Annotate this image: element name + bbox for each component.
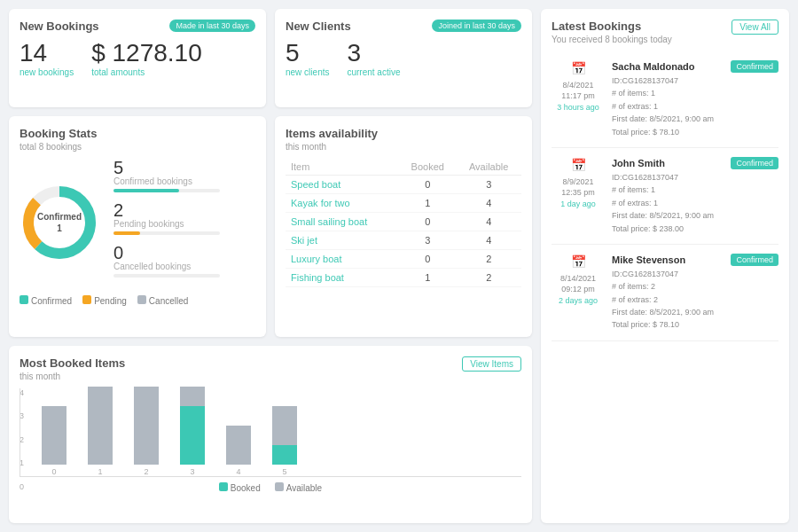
bar-group: 0 [42, 406, 66, 476]
new-clients-card: New Clients Joined in last 30 days 5 new… [275, 9, 532, 107]
stats-list: 5 Confirmed bookings 2 Pending bookings … [113, 159, 255, 286]
booking-detail: ID:CG1628137047# of items: 2# of extras:… [612, 268, 778, 332]
confirmed-stat: 5 Confirmed bookings [113, 159, 255, 192]
item-booked: 1 [399, 269, 456, 287]
booking-name: Mike Stevenson [612, 254, 685, 265]
item-name: Fishing boat [286, 269, 399, 287]
item-name: Ski jet [286, 231, 399, 250]
calendar-icon: 📅 [571, 254, 586, 271]
new-bookings-amount: $ 1278.10 [91, 40, 202, 67]
most-booked-title: Most Booked Items [20, 356, 521, 370]
y-axis-label: 0 [20, 482, 24, 491]
booking-item: 📅 8/14/2021 09:12 pm 2 days ago Mike Ste… [552, 254, 778, 341]
new-clients-badge: Joined in last 30 days [432, 20, 521, 32]
bar-label: 2 [144, 467, 148, 476]
item-available: 4 [456, 194, 521, 213]
bar-available [134, 387, 159, 465]
view-all-button[interactable]: View All [732, 20, 778, 35]
booking-stats-card: Booking Stats total 8 bookings Confirmed… [9, 116, 266, 336]
col-item: Item [286, 159, 399, 176]
new-bookings-badge: Made in last 30 days [169, 20, 255, 32]
new-bookings-amount-label: total amounts [91, 67, 202, 77]
bar-available [272, 406, 297, 445]
pending-stat: 2 Pending bookings [113, 201, 255, 235]
status-badge: Confirmed [731, 60, 778, 73]
item-available: 4 [456, 213, 521, 231]
table-row: Fishing boat12 [286, 269, 521, 287]
item-booked: 1 [399, 194, 456, 213]
booking-date-col: 📅 8/9/2021 12:35 pm 1 day ago [552, 157, 605, 235]
booking-name-row: John Smith Confirmed [612, 157, 778, 169]
bar-group: 3 [180, 387, 205, 476]
new-bookings-count: 14 [20, 40, 74, 67]
table-row: Ski jet34 [286, 231, 521, 250]
bar-group: 5 [272, 406, 297, 476]
table-row: Small sailing boat04 [286, 213, 521, 231]
booking-info: John Smith Confirmed ID:CG1628137047# of… [612, 157, 778, 235]
booking-ago: 1 day ago [560, 199, 596, 210]
booking-ago: 2 days ago [559, 295, 598, 307]
avail-table-body: Speed boat03Kayak for two14Small sailing… [286, 176, 521, 287]
calendar-icon: 📅 [571, 60, 586, 78]
latest-bookings-card: Latest Bookings You received 8 bookings … [541, 9, 789, 523]
bar-available [226, 426, 251, 465]
item-name: Luxury boat [286, 250, 399, 269]
item-booked: 0 [399, 250, 456, 269]
bar-available [180, 387, 205, 406]
items-avail-title: Items availability [286, 127, 521, 140]
items-avail-subtitle: this month [286, 142, 521, 152]
booking-date-col: 📅 8/4/2021 11:17 pm 3 hours ago [552, 60, 605, 138]
status-badge: Confirmed [731, 254, 778, 266]
items-availability-card: Items availability this month Item Booke… [275, 116, 532, 336]
bar-available [42, 406, 66, 465]
view-items-button[interactable]: View Items [462, 356, 521, 372]
item-booked: 3 [399, 231, 456, 250]
chart-legend-bottom: Booked Available [20, 482, 521, 493]
cancelled-stat: 0 Cancelled bookings [113, 244, 255, 278]
booking-detail: ID:CG1628137047# of items: 1# of extras:… [612, 74, 778, 138]
bar-label: 4 [236, 467, 240, 476]
new-clients-active: 3 [347, 40, 400, 67]
latest-bookings-subtitle: You received 8 bookings today [552, 35, 672, 44]
booking-detail: ID:CG1628137047# of items: 1# of extras:… [612, 171, 778, 235]
col-available: Available [456, 159, 521, 176]
col-booked: Booked [399, 159, 456, 176]
bar-available [88, 387, 113, 465]
booking-item: 📅 8/9/2021 12:35 pm 1 day ago John Smith… [552, 157, 778, 245]
new-bookings-title: New Bookings [20, 20, 99, 33]
most-booked-card: Most Booked Items this month View Items … [9, 346, 532, 523]
chart-area: 012345 [20, 388, 521, 477]
item-available: 2 [456, 269, 521, 287]
new-clients-count: 5 [286, 40, 329, 67]
booking-time: 11:17 pm [561, 90, 595, 102]
booking-date: 8/9/2021 [562, 176, 593, 188]
latest-bookings-title: Latest Bookings [552, 20, 672, 33]
bar-group: 2 [134, 387, 159, 476]
booking-name-row: Sacha Maldonado Confirmed [612, 60, 778, 73]
bar-group: 4 [226, 426, 251, 476]
booking-name: John Smith [612, 158, 665, 168]
booking-time: 12:35 pm [561, 187, 595, 199]
status-badge: Confirmed [731, 157, 778, 169]
booking-date: 8/14/2021 [560, 273, 596, 285]
chart-legend: Confirmed Pending Cancelled [20, 295, 255, 306]
booking-date: 8/4/2021 [562, 80, 593, 91]
new-clients-count-label: new clients [286, 67, 329, 77]
bar-label: 5 [282, 467, 286, 476]
item-booked: 0 [399, 176, 456, 194]
new-bookings-count-label: new bookings [20, 67, 74, 77]
new-clients-title: New Clients [286, 20, 351, 33]
bar-group: 1 [88, 387, 113, 476]
booking-name: Sacha Maldonado [612, 61, 695, 72]
item-booked: 0 [399, 213, 456, 231]
item-available: 2 [456, 250, 521, 269]
bar-label: 3 [190, 467, 194, 476]
table-row: Kayak for two14 [286, 194, 521, 213]
table-row: Speed boat03 [286, 176, 521, 194]
item-available: 4 [456, 231, 521, 250]
bar-booked [272, 445, 297, 465]
most-booked-subtitle: this month [20, 372, 521, 381]
booking-ago: 3 hours ago [557, 102, 599, 113]
new-bookings-card: New Bookings Made in last 30 days 14 new… [9, 9, 266, 107]
table-row: Luxury boat02 [286, 250, 521, 269]
